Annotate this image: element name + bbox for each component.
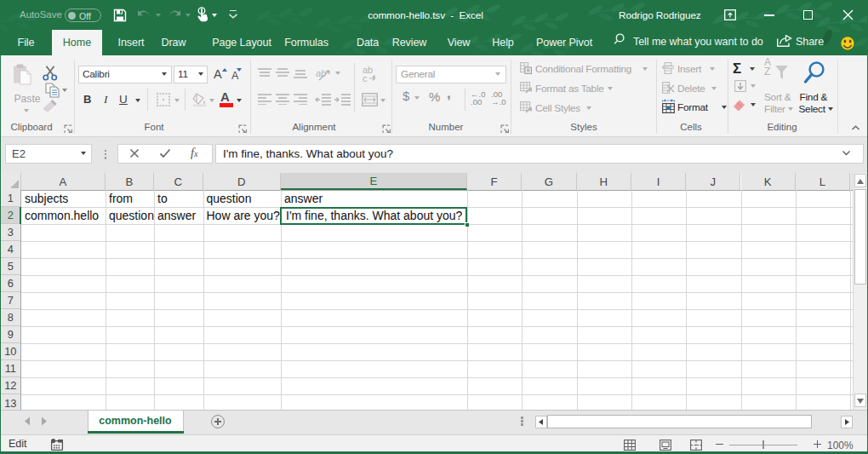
- svg-text:c: c: [363, 73, 368, 82]
- svg-text:ab: ab: [316, 68, 326, 78]
